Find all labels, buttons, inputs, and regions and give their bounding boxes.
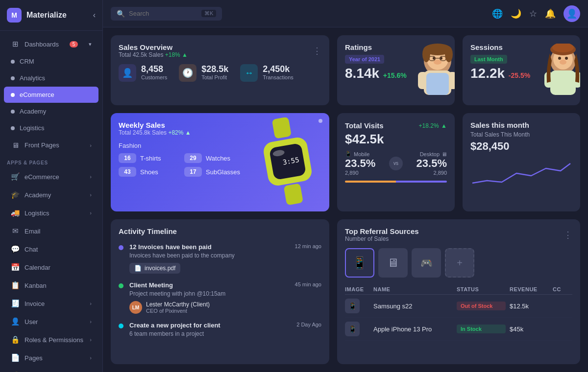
sidebar-item-user[interactable]: 👤 User › xyxy=(4,313,98,330)
sidebar-item-ecommerce[interactable]: eCommerce xyxy=(4,87,98,103)
product-thumb-phone[interactable]: 📱 xyxy=(345,248,374,278)
notification-icon[interactable]: 🔔 xyxy=(545,8,556,19)
timeline-desc-0: Invoices have been paid to the company xyxy=(129,252,321,259)
timeline-header-0: 12 Invoices have been paid 12 min ago xyxy=(129,243,321,251)
sidebar-item-academy-nav[interactable]: Academy xyxy=(4,103,98,119)
sidebar-item-logistics-nav[interactable]: Logistics xyxy=(4,120,98,136)
more-options-icon[interactable]: ⋮ xyxy=(313,46,321,56)
sidebar-ecommerce-app-label: eCommerce xyxy=(24,173,59,181)
user-avatar[interactable]: 👤 xyxy=(564,5,580,22)
dot-icon xyxy=(11,110,15,114)
svg-point-4 xyxy=(434,60,441,65)
mobile-count: 2,890 xyxy=(345,170,385,176)
stat-transactions: ↔ 2,450k Transactions xyxy=(240,64,294,82)
sidebar-dashboards-label: Dashboards xyxy=(24,41,59,48)
sidebar-item-frontpages[interactable]: 🖥 Front Pages › xyxy=(4,137,98,154)
sidebar-item-pages[interactable]: 📄 Pages › xyxy=(4,349,98,367)
watch-illustration: 3:55 xyxy=(251,117,319,208)
dark-mode-icon[interactable]: 🌙 xyxy=(511,8,521,19)
sales-month-title: Sales this month xyxy=(470,121,572,129)
product-status-1: In Stock xyxy=(457,325,506,333)
sales-overview-title: Sales Overview xyxy=(119,43,188,51)
desktop-fill xyxy=(396,181,447,183)
sidebar-item-ecommerce-app[interactable]: 🛒 eCommerce › xyxy=(4,168,98,186)
sidebar-item-crm[interactable]: CRM xyxy=(4,53,98,70)
sidebar-item-auth[interactable]: 🔑 Authentication › xyxy=(4,367,98,372)
product-thumb-gamepad[interactable]: 🎮 xyxy=(412,248,441,278)
file-name: invoices.pdf xyxy=(145,265,175,272)
total-visits-header: Total Visits +18.2% ▲ xyxy=(345,121,447,130)
sidebar-crm-label: CRM xyxy=(20,58,34,65)
chevron-down-icon: ▾ xyxy=(89,41,92,47)
timeline-title-0: 12 Invoices have been paid xyxy=(129,243,212,251)
stat-profit: 🕐 $28.5k Total Profit xyxy=(179,64,228,82)
sidebar-item-calendar[interactable]: 📅 Calendar xyxy=(4,258,98,276)
item-num-2: 43 xyxy=(119,167,136,177)
timeline-dot-green xyxy=(119,283,123,288)
col-revenue: REVENUE xyxy=(510,286,549,292)
translate-icon[interactable]: 🌐 xyxy=(492,8,503,19)
email-icon: ✉ xyxy=(11,227,20,235)
svg-point-13 xyxy=(422,46,430,62)
product-thumb-monitor[interactable]: 🖥 xyxy=(378,248,408,278)
dot-icon xyxy=(11,76,15,80)
sidebar-kanban-label: Kanban xyxy=(24,282,47,289)
timeline-dot-cyan xyxy=(119,324,123,328)
referral-more-icon[interactable]: ⋮ xyxy=(564,230,572,240)
sales-overview-header: Sales Overview Total 42.5k Sales +18% ▲ … xyxy=(119,43,321,58)
sidebar-item-kanban[interactable]: 📋 Kanban xyxy=(4,277,98,294)
arrow-right-icon: › xyxy=(90,192,92,198)
calendar-icon: 📅 xyxy=(11,263,20,272)
product-thumb-add[interactable]: + xyxy=(445,248,474,278)
desktop-compare: Desktop 🖥 23.5% 2,890 xyxy=(407,151,447,176)
app-name: Materialize xyxy=(26,11,67,20)
total-visits-change: +18.2% xyxy=(419,122,439,129)
mobile-fill xyxy=(345,181,396,183)
sidebar-item-logistics[interactable]: 🚚 Logistics › xyxy=(4,204,98,222)
avatar-3d-ratings xyxy=(416,44,455,97)
search-icon: 🔍 xyxy=(117,10,125,18)
sidebar-item-roles[interactable]: 🔒 Roles & Permissions › xyxy=(4,331,98,349)
dot-icon xyxy=(11,126,15,130)
sidebar-logo: M Materialize ‹ xyxy=(0,0,102,31)
total-visits-title: Total Visits xyxy=(345,121,384,130)
product-name-0: Samsung s22 xyxy=(373,302,453,310)
sidebar-item-chat[interactable]: 💬 Chat xyxy=(4,240,98,258)
pdf-icon: 📄 xyxy=(134,265,142,272)
sidebar-item-dashboards[interactable]: ⊞ Dashboards 5 ▾ xyxy=(4,35,98,53)
star-icon[interactable]: ☆ xyxy=(529,8,537,19)
desktop-icon: 🖥 xyxy=(441,151,447,157)
monitor-icon: 🖥 xyxy=(387,256,399,270)
total-visits-value: $42.5k xyxy=(345,132,447,147)
pages-icon: 📄 xyxy=(11,353,20,362)
status-dot xyxy=(318,119,322,123)
timeline-desc-1: Project meeting with john @10:15am xyxy=(129,290,321,297)
kanban-icon: 📋 xyxy=(11,281,20,290)
sidebar-academy-label: Academy xyxy=(20,108,46,115)
compare-row: 📱 Mobile 23.5% 2,890 vs Desktop 🖥 23.5% xyxy=(345,151,447,176)
item-label-2: Shoes xyxy=(140,168,180,176)
person-row: LM Lester McCarthy (Client) CEO of Pixin… xyxy=(129,301,321,314)
sidebar-item-academy-app[interactable]: 🎓 Academy › xyxy=(4,186,98,204)
dot-icon xyxy=(11,93,15,97)
watch-svg: 3:55 xyxy=(251,117,324,206)
arrow-right-icon: › xyxy=(90,142,92,148)
collapse-sidebar-icon[interactable]: ‹ xyxy=(93,11,96,20)
dot-icon xyxy=(11,60,15,64)
product-icons: 📱 🖥 🎮 + xyxy=(345,248,572,278)
product-img-1: 📱 xyxy=(345,322,360,336)
sidebar-academy-app-label: Academy xyxy=(24,191,51,199)
search-box[interactable]: 🔍 ⌘K xyxy=(111,7,222,21)
profit-icon: 🕐 xyxy=(179,64,196,82)
vs-badge: vs xyxy=(389,157,403,170)
file-badge[interactable]: 📄 invoices.pdf xyxy=(129,263,180,274)
stats-row: 👤 8,458 Customers 🕐 $28.5k Total Profit xyxy=(119,64,321,82)
sidebar-item-email[interactable]: ✉ Email xyxy=(4,222,98,240)
sidebar-item-invoice[interactable]: 🧾 Invoice › xyxy=(4,295,98,312)
mobile-compare: 📱 Mobile 23.5% 2,890 xyxy=(345,151,385,176)
sidebar-item-analytics[interactable]: Analytics xyxy=(4,70,98,86)
search-input[interactable] xyxy=(129,10,197,17)
mobile-pct: 23.5% xyxy=(345,157,385,170)
timeline-time-1: 45 min ago xyxy=(295,281,321,287)
sidebar-ecommerce-label: eCommerce xyxy=(20,91,54,98)
